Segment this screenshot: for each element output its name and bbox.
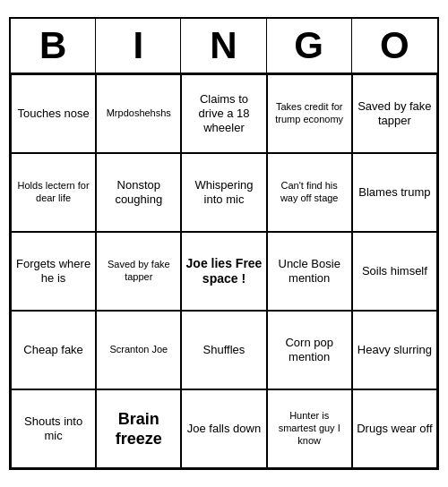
bingo-cell-21: Brain freeze bbox=[96, 389, 181, 468]
cell-text-2: Claims to drive a 18 wheeler bbox=[185, 92, 262, 136]
header-letter-g: G bbox=[267, 19, 352, 73]
bingo-cell-24: Drugs wear off bbox=[352, 389, 437, 468]
bingo-cell-4: Saved by fake tapper bbox=[352, 74, 437, 153]
cell-text-22: Joe falls down bbox=[187, 422, 261, 436]
bingo-card: BINGO Touches noseMrpdoshehshsClaims to … bbox=[9, 17, 439, 470]
cell-text-16: Scranton Joe bbox=[109, 344, 168, 356]
bingo-cell-12: Joe lies Free space ! bbox=[181, 232, 266, 311]
bingo-cell-9: Blames trump bbox=[352, 153, 437, 232]
cell-text-11: Saved by fake tapper bbox=[100, 259, 177, 284]
bingo-cell-6: Nonstop coughing bbox=[96, 153, 181, 232]
cell-text-5: Holds lectern for dear life bbox=[15, 180, 91, 205]
cell-text-6: Nonstop coughing bbox=[100, 178, 177, 208]
cell-text-7: Whispering into mic bbox=[185, 178, 262, 208]
bingo-cell-11: Saved by fake tapper bbox=[96, 232, 181, 311]
header-letter-n: N bbox=[181, 19, 266, 73]
cell-text-23: Hunter is smartest guy I know bbox=[271, 410, 348, 447]
cell-text-19: Heavy slurring bbox=[358, 343, 432, 357]
bingo-cell-18: Corn pop mention bbox=[267, 311, 352, 389]
bingo-cell-5: Holds lectern for dear life bbox=[11, 153, 96, 232]
bingo-cell-14: Soils himself bbox=[352, 232, 437, 311]
bingo-cell-20: Shouts into mic bbox=[11, 389, 96, 468]
cell-text-13: Uncle Bosie mention bbox=[271, 257, 348, 286]
bingo-cell-17: Shuffles bbox=[181, 311, 266, 389]
cell-text-20: Shouts into mic bbox=[15, 414, 91, 444]
bingo-grid: Touches noseMrpdoshehshsClaims to drive … bbox=[11, 74, 437, 468]
cell-text-4: Saved by fake tapper bbox=[357, 99, 433, 129]
cell-text-24: Drugs wear off bbox=[357, 422, 432, 436]
cell-text-17: Shuffles bbox=[203, 343, 246, 357]
bingo-header: BINGO bbox=[11, 19, 437, 74]
cell-text-21: Brain freeze bbox=[100, 409, 177, 449]
bingo-cell-1: Mrpdoshehshs bbox=[96, 74, 181, 153]
cell-text-3: Takes credit for trump economy bbox=[271, 101, 348, 126]
cell-text-18: Corn pop mention bbox=[271, 336, 348, 365]
bingo-cell-22: Joe falls down bbox=[181, 389, 266, 468]
cell-text-14: Soils himself bbox=[362, 264, 427, 278]
bingo-cell-2: Claims to drive a 18 wheeler bbox=[181, 74, 266, 153]
bingo-cell-7: Whispering into mic bbox=[181, 153, 266, 232]
cell-text-1: Mrpdoshehshs bbox=[107, 107, 171, 120]
bingo-cell-15: Cheap fake bbox=[11, 311, 96, 389]
cell-text-8: Can't find his way off stage bbox=[271, 180, 348, 205]
bingo-cell-0: Touches nose bbox=[11, 74, 96, 153]
bingo-cell-16: Scranton Joe bbox=[96, 311, 181, 389]
cell-text-15: Cheap fake bbox=[23, 343, 83, 357]
cell-text-10: Forgets where he is bbox=[15, 257, 91, 286]
bingo-cell-23: Hunter is smartest guy I know bbox=[267, 389, 352, 468]
cell-text-12: Joe lies Free space ! bbox=[185, 256, 262, 287]
cell-text-0: Touches nose bbox=[17, 107, 89, 121]
bingo-cell-8: Can't find his way off stage bbox=[267, 153, 352, 232]
header-letter-o: O bbox=[352, 19, 437, 73]
bingo-cell-19: Heavy slurring bbox=[352, 311, 437, 389]
cell-text-9: Blames trump bbox=[358, 185, 430, 200]
bingo-cell-10: Forgets where he is bbox=[11, 232, 96, 311]
header-letter-b: B bbox=[11, 19, 96, 73]
bingo-cell-3: Takes credit for trump economy bbox=[267, 74, 352, 153]
header-letter-i: I bbox=[96, 19, 181, 73]
bingo-cell-13: Uncle Bosie mention bbox=[267, 232, 352, 311]
